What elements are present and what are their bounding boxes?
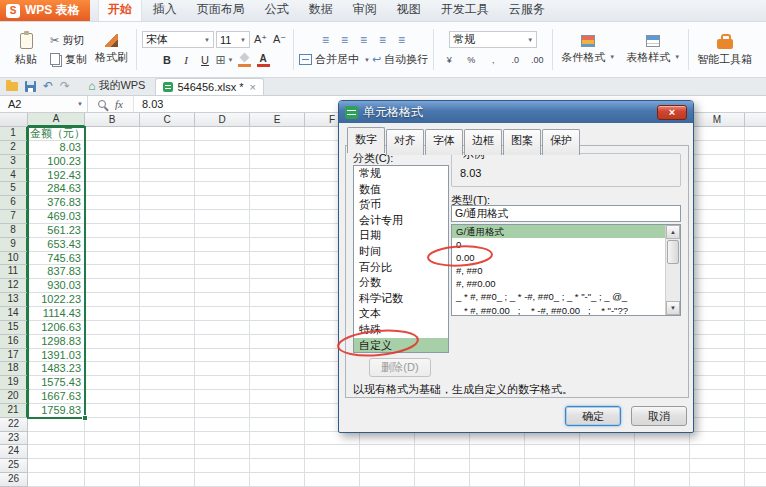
cell-D1[interactable] — [195, 127, 250, 141]
cell-M19[interactable] — [690, 376, 745, 390]
type-option[interactable]: #, ##0 — [452, 264, 665, 277]
cell-F24[interactable] — [305, 445, 360, 459]
row-header-15[interactable]: 15 — [0, 321, 28, 335]
cell-E12[interactable] — [250, 279, 305, 293]
cell-C11[interactable] — [140, 265, 195, 279]
cell-E22[interactable] — [250, 418, 305, 432]
cell-B18[interactable] — [85, 362, 140, 376]
cell-C16[interactable] — [140, 335, 195, 349]
cell-E4[interactable] — [250, 169, 305, 183]
cell-M13[interactable] — [690, 293, 745, 307]
cell-G26[interactable] — [360, 473, 415, 487]
open-folder-icon[interactable] — [6, 82, 18, 91]
cell-B12[interactable] — [85, 279, 140, 293]
cell-N2[interactable] — [745, 141, 766, 155]
cell-D19[interactable] — [195, 376, 250, 390]
cell-C3[interactable] — [140, 155, 195, 169]
cell-D10[interactable] — [195, 252, 250, 266]
cell-E2[interactable] — [250, 141, 305, 155]
type-option[interactable]: G/通用格式 — [452, 225, 665, 238]
cell-K25[interactable] — [580, 459, 635, 473]
cell-B13[interactable] — [85, 293, 140, 307]
cell-C1[interactable] — [140, 127, 195, 141]
cell-B15[interactable] — [85, 321, 140, 335]
cell-M2[interactable] — [690, 141, 745, 155]
cell-K23[interactable] — [580, 432, 635, 446]
row-header-10[interactable]: 10 — [0, 252, 28, 266]
row-header-6[interactable]: 6 — [0, 196, 28, 210]
cell-E6[interactable] — [250, 196, 305, 210]
redo-icon[interactable]: ↷ — [60, 80, 70, 92]
cell-G23[interactable] — [360, 432, 415, 446]
cell-C13[interactable] — [140, 293, 195, 307]
cell-N6[interactable] — [745, 196, 766, 210]
cell-C19[interactable] — [140, 376, 195, 390]
cell-C24[interactable] — [140, 445, 195, 459]
cell-D3[interactable] — [195, 155, 250, 169]
cell-D22[interactable] — [195, 418, 250, 432]
row-header-17[interactable]: 17 — [0, 349, 28, 363]
cell-N20[interactable] — [745, 390, 766, 404]
cell-L26[interactable] — [635, 473, 690, 487]
cut-button[interactable]: ✂ 剪切 — [50, 33, 87, 48]
cell-D2[interactable] — [195, 141, 250, 155]
cell-A20[interactable]: 1667.63 — [28, 390, 85, 404]
cell-L24[interactable] — [635, 445, 690, 459]
align-right-button[interactable]: ≡ — [355, 32, 372, 48]
cell-B22[interactable] — [85, 418, 140, 432]
font-name-select[interactable]: 宋体 ▼ — [142, 31, 214, 48]
cell-K26[interactable] — [580, 473, 635, 487]
dialog-tab-数字[interactable]: 数字 — [347, 127, 385, 153]
decrease-indent-button[interactable]: ≡ — [374, 32, 391, 48]
cell-M25[interactable] — [690, 459, 745, 473]
menu-tab-公式[interactable]: 公式 — [256, 0, 298, 21]
cell-E14[interactable] — [250, 307, 305, 321]
cell-C12[interactable] — [140, 279, 195, 293]
cell-N7[interactable] — [745, 210, 766, 224]
cell-E11[interactable] — [250, 265, 305, 279]
cell-I24[interactable] — [470, 445, 525, 459]
cell-B20[interactable] — [85, 390, 140, 404]
menu-tab-开始[interactable]: 开始 — [98, 0, 142, 21]
cell-B16[interactable] — [85, 335, 140, 349]
row-header-14[interactable]: 14 — [0, 307, 28, 321]
merge-center-button[interactable]: 合并居中 ▼ — [299, 52, 370, 67]
name-box[interactable]: A2 ▼ — [0, 96, 88, 112]
category-item-数值[interactable]: 数值 — [354, 182, 448, 198]
cell-A11[interactable]: 837.83 — [28, 265, 85, 279]
column-header-N[interactable]: N — [745, 113, 766, 127]
cell-G25[interactable] — [360, 459, 415, 473]
cell-E3[interactable] — [250, 155, 305, 169]
cell-C14[interactable] — [140, 307, 195, 321]
column-header-M[interactable]: M — [690, 113, 745, 127]
save-icon[interactable] — [25, 81, 36, 92]
cell-D8[interactable] — [195, 224, 250, 238]
cell-M12[interactable] — [690, 279, 745, 293]
cell-M16[interactable] — [690, 335, 745, 349]
cell-M18[interactable] — [690, 362, 745, 376]
cell-E17[interactable] — [250, 349, 305, 363]
cell-C10[interactable] — [140, 252, 195, 266]
cell-M14[interactable] — [690, 307, 745, 321]
cell-B9[interactable] — [85, 238, 140, 252]
number-format-select[interactable]: 常规 ▼ — [449, 31, 537, 48]
align-center-button[interactable]: ≡ — [336, 32, 353, 48]
type-option[interactable]: #, ##0.00 — [452, 277, 665, 290]
cell-N18[interactable] — [745, 362, 766, 376]
cell-M1[interactable] — [690, 127, 745, 141]
category-item-文本[interactable]: 文本 — [354, 306, 448, 322]
scrollbar-thumb[interactable] — [667, 240, 679, 264]
cell-D13[interactable] — [195, 293, 250, 307]
row-header-23[interactable]: 23 — [0, 432, 28, 446]
cell-C26[interactable] — [140, 473, 195, 487]
cell-N21[interactable] — [745, 404, 766, 418]
menu-tab-页面布局[interactable]: 页面布局 — [188, 0, 254, 21]
cell-A6[interactable]: 376.83 — [28, 196, 85, 210]
cell-J26[interactable] — [525, 473, 580, 487]
table-style-button[interactable]: 表格样式▼ — [623, 33, 683, 67]
cell-D21[interactable] — [195, 404, 250, 418]
column-header-A[interactable]: A — [28, 113, 85, 127]
cell-N23[interactable] — [745, 432, 766, 446]
cell-M23[interactable] — [690, 432, 745, 446]
cell-C7[interactable] — [140, 210, 195, 224]
